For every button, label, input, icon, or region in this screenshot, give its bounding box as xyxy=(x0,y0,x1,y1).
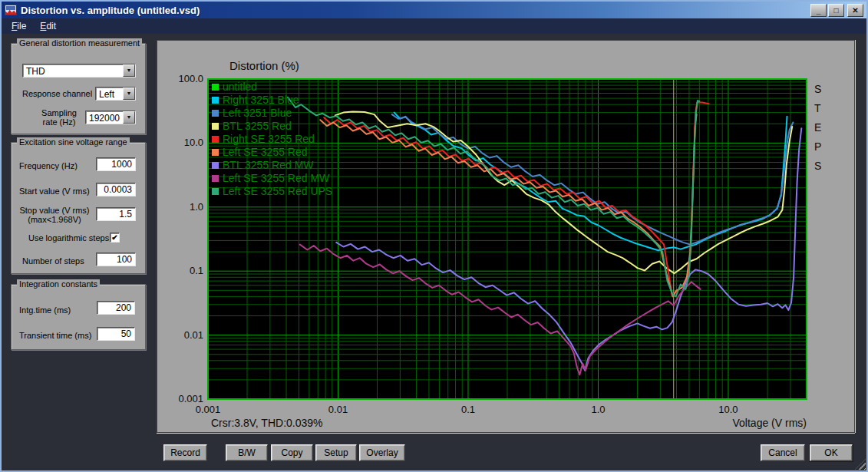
groupbox-general: General distortion measurement THD ▼ Res… xyxy=(11,43,146,134)
legend-swatch xyxy=(212,188,219,195)
y-tick-label: 0.001 xyxy=(178,393,203,404)
transient-time-input[interactable] xyxy=(97,327,135,341)
sampling-rate-label: Sampling rate (Hz) xyxy=(33,108,85,127)
bw-button[interactable]: B/W xyxy=(226,444,268,461)
log-steps-label: Use logarithmic steps xyxy=(28,233,109,243)
x-tick-label: 1.0 xyxy=(591,404,605,415)
copy-button[interactable]: Copy xyxy=(271,444,313,461)
setup-button[interactable]: Setup xyxy=(315,444,357,461)
groupbox-general-legend: General distortion measurement xyxy=(17,38,142,48)
distortion-chart: untitledRight 3251 BlueLeft 3251 BlueBTL… xyxy=(157,41,856,434)
response-dropdown-button[interactable]: ▼ xyxy=(123,87,135,100)
measurement-value: THD xyxy=(22,64,136,78)
groupbox-excitation-legend: Excitation sine voltage range xyxy=(17,137,130,147)
record-button[interactable]: Record xyxy=(163,444,207,461)
cursor-readout: Crsr:3.8V, THD:0.039% xyxy=(211,417,323,429)
y-tick-label: 10.0 xyxy=(184,137,203,148)
sampling-rate-combobox[interactable]: 192000 ▼ xyxy=(85,111,136,124)
intg-time-label: Intg.time (ms) xyxy=(19,305,71,315)
steps-label-letter: E xyxy=(814,121,821,134)
y-tick-label: 100.0 xyxy=(178,73,203,84)
frequency-input[interactable] xyxy=(96,157,136,171)
legend-swatch xyxy=(212,136,219,143)
legend-swatch xyxy=(212,175,219,182)
legend-swatch xyxy=(212,110,219,117)
number-of-steps-label: Number of steps xyxy=(22,256,84,266)
minimize-button[interactable]: _ xyxy=(810,4,827,17)
legend-label: Left SE 3255 Red MW xyxy=(223,172,330,184)
number-of-steps-input[interactable] xyxy=(96,253,136,266)
start-value-label: Start value (V rms) xyxy=(19,186,90,196)
steps-label-letter: P xyxy=(814,140,821,153)
groupbox-integration: Integration constants Intg.time (ms) Tra… xyxy=(11,284,146,350)
close-button[interactable]: ✕ xyxy=(847,4,863,17)
frequency-label: Frequency (Hz) xyxy=(19,161,78,170)
legend-label: Left SE 3255 Red xyxy=(223,146,308,158)
x-tick-label: 0.01 xyxy=(328,404,348,415)
legend-label: BTL 3255 Red MW xyxy=(223,159,314,171)
y-tick-label: 1.0 xyxy=(190,201,203,213)
transient-time-label: Transient time (ms) xyxy=(19,331,91,340)
resize-grip[interactable] xyxy=(855,459,866,470)
groupbox-excitation: Excitation sine voltage range Frequency … xyxy=(11,142,146,274)
chart-panel: untitledRight 3251 BlueLeft 3251 BlueBTL… xyxy=(157,40,855,433)
start-value-input[interactable] xyxy=(96,183,136,196)
legend-label: BTL 3255 Red xyxy=(223,120,292,132)
intg-time-input[interactable] xyxy=(97,301,135,315)
legend-label: Right 3251 Blue xyxy=(223,94,299,106)
response-channel-combobox[interactable]: Left ▼ xyxy=(95,87,136,101)
stop-value-input[interactable] xyxy=(96,207,136,221)
x-tick-label: 10.0 xyxy=(718,404,738,415)
y-tick-label: 0.1 xyxy=(190,265,203,276)
y-tick-label: 0.01 xyxy=(184,329,203,341)
chevron-down-icon: ▼ xyxy=(124,65,134,76)
legend-swatch xyxy=(212,97,219,104)
legend-label: Left SE 3255 Red UPS xyxy=(223,185,332,197)
measurement-dropdown-button[interactable]: ▼ xyxy=(123,64,135,77)
legend-swatch xyxy=(212,123,219,130)
measurement-combobox[interactable]: THD ▼ xyxy=(22,64,136,78)
steps-label-letter: S xyxy=(814,160,821,172)
menu-bar: File Edit xyxy=(2,18,866,34)
menu-edit[interactable]: Edit xyxy=(33,19,63,33)
maximize-button[interactable]: □ xyxy=(828,4,844,17)
chevron-down-icon: ▼ xyxy=(124,88,134,99)
legend-swatch xyxy=(212,149,219,156)
app-icon xyxy=(5,5,17,15)
chart-title: Distortion (%) xyxy=(229,59,299,72)
legend-label: Right SE 3255 Red xyxy=(223,133,315,145)
steps-label-letter: S xyxy=(814,83,821,95)
x-axis-label: Voltage (V rms) xyxy=(733,417,807,429)
legend-label: Left 3251 Blue xyxy=(223,107,292,119)
sampling-dropdown-button[interactable]: ▼ xyxy=(123,111,135,124)
log-steps-checkbox[interactable]: ✔ xyxy=(110,233,120,243)
legend-swatch xyxy=(212,162,219,169)
legend-swatch xyxy=(212,84,219,91)
cancel-button[interactable]: Cancel xyxy=(761,444,805,461)
stop-value-label: Stop value (V rms) (max<1.968V) xyxy=(15,206,94,224)
chevron-down-icon: ▼ xyxy=(124,112,134,123)
legend-label: untitled xyxy=(223,81,257,93)
title-bar[interactable]: Distortion vs. amplitude (untitled.vsd) … xyxy=(2,2,866,18)
menu-file[interactable]: File xyxy=(5,19,33,33)
steps-label-letter: T xyxy=(814,102,821,114)
ok-button[interactable]: OK xyxy=(810,444,853,461)
x-tick-label: 0.001 xyxy=(196,404,221,415)
app-window: Distortion vs. amplitude (untitled.vsd) … xyxy=(0,0,868,472)
x-tick-label: 0.1 xyxy=(461,404,475,415)
response-channel-label: Response channel xyxy=(22,89,92,98)
window-title: Distortion vs. amplitude (untitled.vsd) xyxy=(21,5,200,16)
overlay-button[interactable]: Overlay xyxy=(359,444,405,461)
groupbox-integration-legend: Integration constants xyxy=(17,279,100,289)
